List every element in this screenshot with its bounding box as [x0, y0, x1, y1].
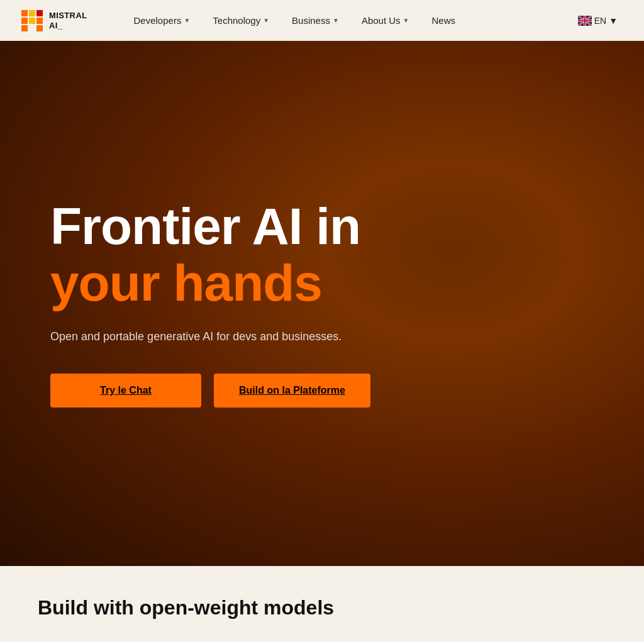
build-on-plateforme-button[interactable]: Build on la Plateforme [214, 374, 370, 408]
svg-rect-0 [21, 10, 28, 16]
nav-links: Developers ▼ Technology ▼ Business ▼ Abo… [125, 10, 572, 31]
logo-link[interactable]: MISTRAL AI_ [20, 9, 87, 33]
svg-rect-1 [29, 10, 35, 16]
svg-rect-3 [21, 18, 28, 24]
svg-rect-4 [29, 18, 35, 24]
chevron-down-icon: ▼ [263, 17, 269, 24]
hero-section: Frontier AI in your hands Open and porta… [0, 41, 644, 566]
language-selector[interactable]: EN ▼ [572, 12, 624, 30]
mistral-logo-icon [20, 9, 44, 33]
logo-text: MISTRAL AI_ [49, 11, 87, 30]
chevron-down-icon: ▼ [403, 17, 409, 24]
chevron-down-icon: ▼ [609, 16, 618, 26]
chevron-down-icon: ▼ [333, 17, 339, 24]
chevron-down-icon: ▼ [184, 17, 190, 24]
nav-item-technology[interactable]: Technology ▼ [204, 10, 278, 31]
svg-rect-2 [36, 10, 43, 16]
nav-item-developers[interactable]: Developers ▼ [125, 10, 199, 31]
hero-subtitle: Open and portable generative AI for devs… [50, 330, 365, 343]
below-hero-section: Build with open-weight models [0, 566, 644, 641]
nav-item-business[interactable]: Business ▼ [283, 10, 348, 31]
svg-rect-5 [36, 18, 43, 24]
svg-rect-6 [21, 25, 28, 31]
nav-item-about-us[interactable]: About Us ▼ [353, 10, 418, 31]
hero-headline-orange: your hands [50, 256, 606, 310]
hero-headline-white: Frontier AI in [50, 199, 606, 253]
svg-rect-7 [36, 25, 43, 31]
below-hero-title: Build with open-weight models [38, 596, 606, 619]
hero-buttons: Try le Chat Build on la Plateforme [50, 374, 606, 408]
uk-flag-icon [578, 16, 592, 26]
navbar: MISTRAL AI_ Developers ▼ Technology ▼ Bu… [0, 0, 644, 41]
nav-right: EN ▼ [572, 12, 624, 30]
nav-item-news[interactable]: News [423, 10, 464, 31]
try-le-chat-button[interactable]: Try le Chat [50, 374, 201, 408]
